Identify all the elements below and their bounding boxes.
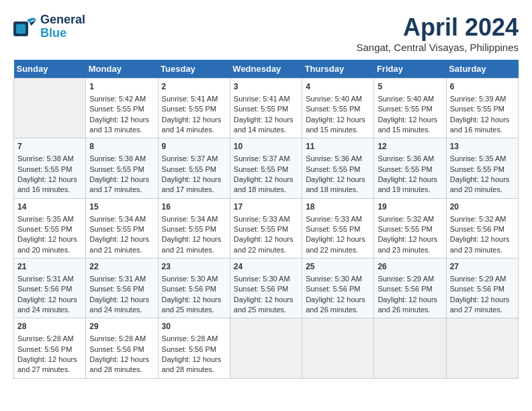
calendar-cell: 27Sunrise: 5:29 AMSunset: 5:56 PMDayligh…	[446, 259, 518, 318]
day-number: 23	[162, 261, 226, 273]
calendar-cell: 28Sunrise: 5:28 AMSunset: 5:56 PMDayligh…	[14, 318, 86, 378]
week-row-4: 21Sunrise: 5:31 AMSunset: 5:56 PMDayligh…	[14, 259, 519, 318]
day-number: 20	[450, 201, 515, 213]
week-row-3: 14Sunrise: 5:35 AMSunset: 5:55 PMDayligh…	[14, 198, 519, 258]
calendar-cell: 6Sunrise: 5:39 AMSunset: 5:55 PMDaylight…	[446, 79, 518, 138]
day-info: Sunrise: 5:31 AMSunset: 5:56 PMDaylight:…	[89, 275, 149, 314]
col-header-saturday: Saturday	[446, 60, 518, 79]
svg-rect-1	[16, 24, 26, 34]
day-info: Sunrise: 5:40 AMSunset: 5:55 PMDaylight:…	[306, 95, 365, 134]
day-number: 24	[234, 261, 298, 273]
day-number: 18	[306, 201, 370, 213]
calendar-cell: 5Sunrise: 5:40 AMSunset: 5:55 PMDaylight…	[374, 79, 446, 138]
day-info: Sunrise: 5:34 AMSunset: 5:55 PMDaylight:…	[162, 215, 222, 254]
day-info: Sunrise: 5:32 AMSunset: 5:55 PMDaylight:…	[378, 215, 437, 254]
day-info: Sunrise: 5:41 AMSunset: 5:55 PMDaylight:…	[234, 95, 294, 134]
calendar-cell: 3Sunrise: 5:41 AMSunset: 5:55 PMDaylight…	[230, 79, 302, 138]
day-info: Sunrise: 5:35 AMSunset: 5:55 PMDaylight:…	[17, 215, 77, 254]
day-number: 19	[378, 201, 442, 213]
page-header: General Blue April 2024 Sangat, Central …	[13, 13, 519, 53]
day-info: Sunrise: 5:40 AMSunset: 5:55 PMDaylight:…	[378, 95, 437, 134]
calendar-cell: 20Sunrise: 5:32 AMSunset: 5:56 PMDayligh…	[446, 198, 518, 258]
calendar-cell: 22Sunrise: 5:31 AMSunset: 5:56 PMDayligh…	[86, 259, 158, 318]
day-info: Sunrise: 5:30 AMSunset: 5:56 PMDaylight:…	[306, 275, 365, 314]
calendar-cell: 15Sunrise: 5:34 AMSunset: 5:55 PMDayligh…	[86, 198, 158, 258]
day-number: 6	[450, 81, 515, 93]
location: Sangat, Central Visayas, Philippines	[356, 42, 519, 53]
day-info: Sunrise: 5:41 AMSunset: 5:55 PMDaylight:…	[162, 95, 222, 134]
day-info: Sunrise: 5:36 AMSunset: 5:55 PMDaylight:…	[378, 154, 437, 193]
calendar-cell: 10Sunrise: 5:37 AMSunset: 5:55 PMDayligh…	[230, 138, 302, 198]
calendar-cell: 18Sunrise: 5:33 AMSunset: 5:55 PMDayligh…	[302, 198, 374, 258]
day-number: 25	[306, 261, 370, 273]
day-info: Sunrise: 5:28 AMSunset: 5:56 PMDaylight:…	[89, 334, 149, 373]
day-info: Sunrise: 5:30 AMSunset: 5:56 PMDaylight:…	[162, 275, 222, 314]
day-info: Sunrise: 5:42 AMSunset: 5:55 PMDaylight:…	[89, 95, 149, 134]
calendar-cell: 2Sunrise: 5:41 AMSunset: 5:55 PMDaylight…	[158, 79, 230, 138]
day-info: Sunrise: 5:37 AMSunset: 5:55 PMDaylight:…	[234, 154, 294, 193]
day-number: 1	[89, 81, 154, 93]
day-info: Sunrise: 5:37 AMSunset: 5:55 PMDaylight:…	[162, 154, 222, 193]
calendar-cell: 13Sunrise: 5:35 AMSunset: 5:55 PMDayligh…	[446, 138, 518, 198]
calendar-cell: 17Sunrise: 5:33 AMSunset: 5:55 PMDayligh…	[230, 198, 302, 258]
day-number: 8	[89, 141, 154, 152]
calendar-cell: 29Sunrise: 5:28 AMSunset: 5:56 PMDayligh…	[86, 318, 158, 378]
day-number: 13	[450, 141, 515, 152]
calendar-cell: 21Sunrise: 5:31 AMSunset: 5:56 PMDayligh…	[14, 259, 86, 318]
calendar-cell: 30Sunrise: 5:28 AMSunset: 5:56 PMDayligh…	[158, 318, 230, 378]
day-info: Sunrise: 5:28 AMSunset: 5:56 PMDaylight:…	[17, 334, 77, 373]
day-info: Sunrise: 5:31 AMSunset: 5:56 PMDaylight:…	[17, 275, 77, 314]
day-number: 10	[234, 141, 298, 152]
calendar-cell: 14Sunrise: 5:35 AMSunset: 5:55 PMDayligh…	[14, 198, 86, 258]
day-number: 15	[89, 201, 154, 213]
col-header-wednesday: Wednesday	[230, 60, 302, 79]
calendar-cell: 11Sunrise: 5:36 AMSunset: 5:55 PMDayligh…	[302, 138, 374, 198]
day-info: Sunrise: 5:34 AMSunset: 5:55 PMDaylight:…	[89, 215, 149, 254]
day-info: Sunrise: 5:29 AMSunset: 5:56 PMDaylight:…	[450, 275, 510, 314]
logo: General Blue	[13, 13, 85, 40]
col-header-friday: Friday	[374, 60, 446, 79]
calendar-cell: 16Sunrise: 5:34 AMSunset: 5:55 PMDayligh…	[158, 198, 230, 258]
day-number: 28	[17, 321, 82, 332]
day-number: 7	[17, 141, 82, 152]
title-block: April 2024 Sangat, Central Visayas, Phil…	[356, 13, 519, 53]
col-header-thursday: Thursday	[302, 60, 374, 79]
calendar-cell: 1Sunrise: 5:42 AMSunset: 5:55 PMDaylight…	[86, 79, 158, 138]
calendar-cell	[446, 318, 518, 378]
day-number: 11	[306, 141, 370, 152]
day-info: Sunrise: 5:38 AMSunset: 5:55 PMDaylight:…	[89, 154, 149, 193]
calendar-cell: 26Sunrise: 5:29 AMSunset: 5:56 PMDayligh…	[374, 259, 446, 318]
day-number: 26	[378, 261, 442, 273]
day-info: Sunrise: 5:36 AMSunset: 5:55 PMDaylight:…	[306, 154, 365, 193]
day-number: 29	[89, 321, 154, 332]
calendar-header-row: SundayMondayTuesdayWednesdayThursdayFrid…	[14, 60, 519, 79]
day-number: 30	[162, 321, 226, 332]
calendar-cell: 19Sunrise: 5:32 AMSunset: 5:55 PMDayligh…	[374, 198, 446, 258]
calendar-cell: 4Sunrise: 5:40 AMSunset: 5:55 PMDaylight…	[302, 79, 374, 138]
day-number: 5	[378, 81, 442, 93]
col-header-sunday: Sunday	[14, 60, 86, 79]
calendar-cell	[14, 79, 86, 138]
col-header-tuesday: Tuesday	[158, 60, 230, 79]
day-info: Sunrise: 5:39 AMSunset: 5:55 PMDaylight:…	[450, 95, 510, 134]
week-row-2: 7Sunrise: 5:38 AMSunset: 5:55 PMDaylight…	[14, 138, 519, 198]
week-row-5: 28Sunrise: 5:28 AMSunset: 5:56 PMDayligh…	[14, 318, 519, 378]
day-number: 2	[162, 81, 226, 93]
calendar-cell: 24Sunrise: 5:30 AMSunset: 5:56 PMDayligh…	[230, 259, 302, 318]
day-number: 3	[234, 81, 298, 93]
calendar-cell: 9Sunrise: 5:37 AMSunset: 5:55 PMDaylight…	[158, 138, 230, 198]
calendar-cell: 7Sunrise: 5:38 AMSunset: 5:55 PMDaylight…	[14, 138, 86, 198]
day-number: 9	[162, 141, 226, 152]
day-info: Sunrise: 5:29 AMSunset: 5:56 PMDaylight:…	[378, 275, 437, 314]
day-number: 16	[162, 201, 226, 213]
day-info: Sunrise: 5:38 AMSunset: 5:55 PMDaylight:…	[17, 154, 77, 193]
day-number: 21	[17, 261, 82, 273]
month-title: April 2024	[356, 13, 519, 42]
calendar-cell: 8Sunrise: 5:38 AMSunset: 5:55 PMDaylight…	[86, 138, 158, 198]
day-number: 4	[306, 81, 370, 93]
calendar-cell: 25Sunrise: 5:30 AMSunset: 5:56 PMDayligh…	[302, 259, 374, 318]
logo-general: General	[40, 13, 85, 27]
day-info: Sunrise: 5:33 AMSunset: 5:55 PMDaylight:…	[234, 215, 294, 254]
day-number: 27	[450, 261, 515, 273]
day-info: Sunrise: 5:28 AMSunset: 5:56 PMDaylight:…	[162, 334, 222, 373]
